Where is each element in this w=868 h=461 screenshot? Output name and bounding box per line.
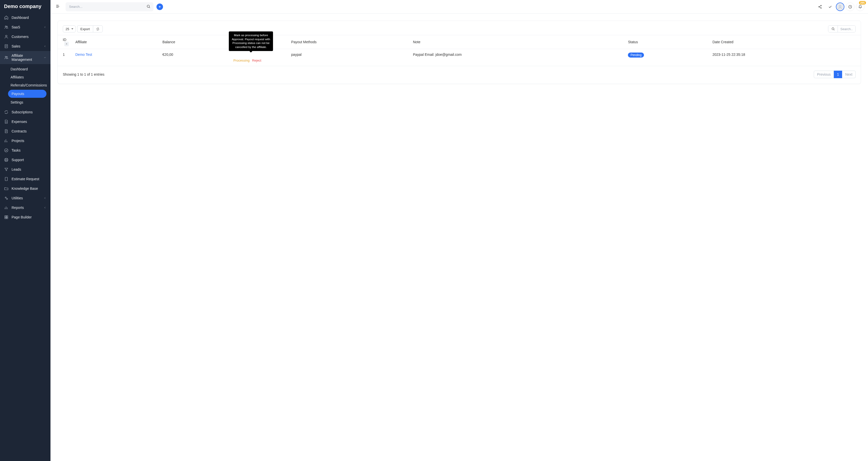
- page-icon: [4, 177, 8, 181]
- sidebar-item-reports[interactable]: Reports: [0, 203, 51, 212]
- page-size-select[interactable]: 25: [63, 25, 75, 32]
- svg-rect-9: [5, 177, 7, 181]
- sidebar-item-projects[interactable]: Projects: [0, 136, 51, 146]
- col-balance[interactable]: Balance: [160, 35, 231, 49]
- svg-point-10: [5, 197, 6, 198]
- sidebar-sub-payouts[interactable]: Payouts: [8, 90, 46, 98]
- sidebar-item-label: Leads: [11, 167, 21, 171]
- col-note[interactable]: Note: [410, 35, 625, 49]
- sidebar-item-label: Knowledge Base: [11, 186, 38, 191]
- sidebar-item-label: Support: [11, 158, 24, 162]
- sidebar-item-tasks[interactable]: Tasks: [0, 146, 51, 155]
- sidebar-item-leads[interactable]: Leads: [0, 165, 51, 174]
- lifebuoy-icon: [4, 157, 8, 162]
- col-status[interactable]: Status: [625, 35, 710, 49]
- affiliate-link[interactable]: Demo Test: [75, 53, 92, 57]
- sidebar-item-saas[interactable]: SaaS: [0, 22, 51, 32]
- sidebar-sub-settings[interactable]: Settings: [0, 98, 51, 106]
- payouts-panel: 25 Export: [58, 21, 861, 84]
- sidebar-sub-referrals[interactable]: Referrals/Commissions: [0, 81, 51, 89]
- sidebar-item-page-builder[interactable]: Page Builder: [0, 212, 51, 222]
- cell-status: Pending: [625, 49, 710, 66]
- sidebar-item-label: Settings: [10, 100, 23, 104]
- sidebar-item-support[interactable]: Support: [0, 155, 51, 165]
- check-button[interactable]: [826, 2, 834, 11]
- sidebar-item-label: Projects: [11, 139, 24, 143]
- sidebar-item-expenses[interactable]: Expenses: [0, 117, 51, 126]
- svg-point-0: [5, 26, 6, 27]
- main-nav: Dashboard SaaS Customers Sales Affiliate…: [0, 13, 51, 222]
- pager-previous[interactable]: Previous: [814, 70, 834, 78]
- svg-point-2: [5, 35, 7, 37]
- sidebar-item-subscriptions[interactable]: Subscriptions: [0, 107, 51, 117]
- cell-note: Paypal Email: jdoe@gmail.com: [410, 49, 625, 66]
- add-button[interactable]: [156, 3, 163, 10]
- svg-point-11: [6, 198, 8, 200]
- sidebar-item-label: SaaS: [11, 25, 20, 29]
- chevron-left-icon: [43, 26, 46, 29]
- sidebar-item-label: Dashboard: [11, 16, 29, 20]
- sidebar-item-contracts[interactable]: Contracts: [0, 126, 51, 136]
- chevron-left-icon: [43, 206, 46, 209]
- pager-next[interactable]: Next: [842, 70, 856, 78]
- svg-point-5: [6, 57, 7, 58]
- sidebar-item-label: Customers: [11, 35, 29, 39]
- affiliate-subnav: Dashboard Affiliates Referrals/Commissio…: [0, 64, 51, 107]
- group-icon: [4, 55, 8, 60]
- sidebar-item-label: Referrals/Commissions: [10, 83, 47, 87]
- main: 295 25 Export: [51, 0, 868, 461]
- sidebar-item-dashboard[interactable]: Dashboard: [0, 13, 51, 22]
- sidebar-item-affiliate-management[interactable]: Affiliate Management: [0, 51, 51, 64]
- sidebar-sub-dashboard[interactable]: Dashboard: [0, 65, 51, 73]
- chevron-down-icon: [43, 56, 46, 59]
- sidebar-sub-affiliates[interactable]: Affiliates: [0, 73, 51, 81]
- sidebar-item-label: Tasks: [11, 148, 21, 152]
- sidebar-item-label: Reports: [11, 206, 24, 210]
- sidebar-item-knowledge-base[interactable]: Knowledge Base: [0, 184, 51, 193]
- avatar[interactable]: [836, 2, 844, 11]
- processing-tooltip: Mark as processing before Approval. Payo…: [229, 31, 273, 51]
- topbar-right: 295: [816, 2, 865, 11]
- table-search-button[interactable]: [828, 26, 838, 32]
- pager-page-1[interactable]: 1: [834, 70, 842, 78]
- cell-actions: Mark as processing before Approval. Payo…: [231, 49, 288, 66]
- svg-point-6: [4, 149, 8, 152]
- sort-button[interactable]: [64, 42, 69, 46]
- content: 25 Export: [51, 13, 868, 461]
- processing-action[interactable]: Processing: [233, 59, 249, 62]
- clock-button[interactable]: [846, 2, 855, 11]
- status-badge: Pending: [628, 53, 644, 58]
- global-search-input[interactable]: [66, 2, 153, 11]
- table-search-input[interactable]: [838, 26, 856, 32]
- row-actions: Processing Reject: [233, 59, 286, 62]
- sidebar-item-label: Expenses: [11, 120, 27, 124]
- svg-point-1: [6, 26, 7, 27]
- col-payout-methods[interactable]: Payout Methods: [288, 35, 410, 49]
- sidebar-item-label: Estimate Request: [11, 177, 39, 181]
- col-date-created[interactable]: Date Created: [710, 35, 861, 49]
- refresh-icon: [4, 110, 8, 114]
- notifications: 295: [856, 2, 865, 11]
- sidebar-item-label: Page Builder: [11, 215, 32, 219]
- refresh-button[interactable]: [93, 25, 103, 32]
- col-affiliate[interactable]: Affiliate: [73, 35, 160, 49]
- check-circle-icon: [4, 148, 8, 152]
- col-id[interactable]: ID: [58, 35, 73, 49]
- sidebar-toggle-button[interactable]: [54, 2, 62, 11]
- file-icon: [4, 119, 8, 124]
- cell-id: 1: [58, 49, 73, 66]
- sidebar-item-label: Payouts: [11, 92, 24, 96]
- search-icon[interactable]: [147, 4, 150, 9]
- entries-info: Showing 1 to 1 of 1 entries: [63, 73, 104, 77]
- folder-icon: [4, 186, 8, 191]
- sidebar-item-estimate-request[interactable]: Estimate Request: [0, 174, 51, 184]
- export-button[interactable]: Export: [77, 25, 93, 32]
- sidebar-item-sales[interactable]: Sales: [0, 41, 51, 51]
- reject-action[interactable]: Reject: [252, 59, 261, 62]
- share-button[interactable]: [816, 2, 824, 11]
- sidebar-item-utilities[interactable]: Utilities: [0, 193, 51, 203]
- svg-rect-13: [6, 216, 8, 217]
- grid-icon: [4, 215, 8, 220]
- sidebar-item-label: Contracts: [11, 129, 27, 133]
- sidebar-item-customers[interactable]: Customers: [0, 32, 51, 41]
